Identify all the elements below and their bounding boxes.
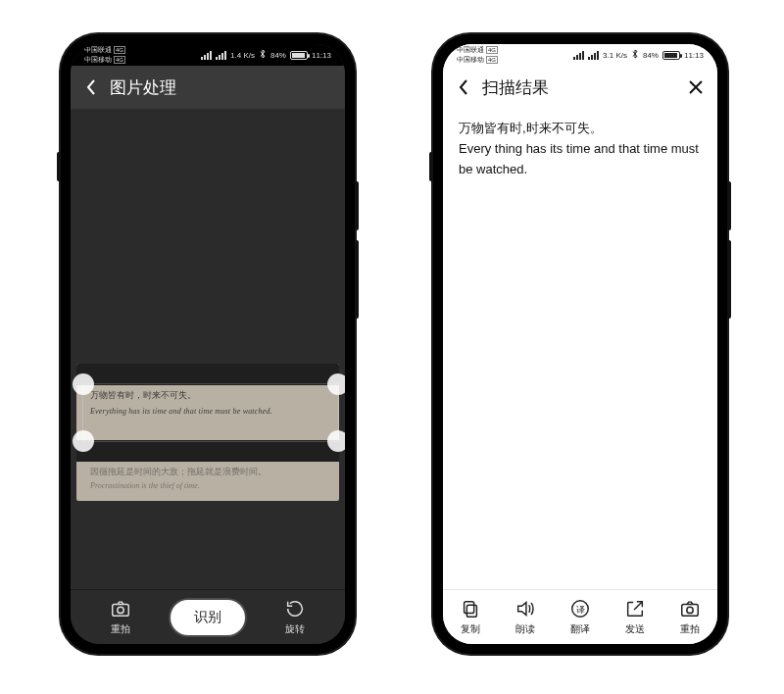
svg-rect-2: [466, 605, 476, 617]
read-label: 朗读: [515, 622, 535, 636]
recognize-label: 识别: [194, 609, 221, 624]
image-crop-area[interactable]: 万物皆有时，时来不可失。 Everything has its time and…: [71, 109, 345, 589]
page-title: 图片处理: [110, 76, 176, 99]
crop-handle-tl[interactable]: [73, 373, 94, 395]
side-button: [429, 152, 433, 181]
header: 图片处理: [71, 66, 345, 109]
back-icon[interactable]: [455, 78, 472, 96]
close-icon[interactable]: [686, 77, 706, 97]
status-time: 11:13: [684, 51, 704, 60]
screen: 中国联通4G 中国移动4G 3.1 K/s 84% 11:13 扫描结果: [443, 44, 717, 644]
crop-handle-br[interactable]: [327, 430, 345, 452]
read-button[interactable]: 朗读: [498, 598, 553, 636]
result-line-cn: 万物皆有时,时来不可失。: [459, 119, 702, 139]
battery-icon: [290, 51, 308, 60]
signal-icon: [573, 51, 584, 60]
svg-rect-3: [465, 602, 474, 614]
page-title: 扫描结果: [482, 76, 549, 99]
send-label: 发送: [625, 622, 645, 636]
svg-text:译: 译: [576, 605, 585, 615]
svg-rect-6: [682, 604, 699, 616]
side-button: [57, 152, 61, 181]
bottom-bar: 复制 朗读 译 翻译 发送 重拍: [443, 589, 717, 644]
copy-icon: [460, 598, 481, 620]
status-speed: 3.1 K/s: [603, 51, 627, 60]
rotate-icon: [284, 598, 306, 620]
rotate-button[interactable]: 旋转: [245, 598, 345, 636]
status-bar: 中国联通4G 中国移动4G 1.4 K/s 84% 11:13: [71, 44, 345, 66]
side-button: [355, 240, 359, 319]
svg-point-7: [687, 607, 693, 613]
share-icon: [624, 598, 646, 620]
signal-icon: [201, 51, 212, 60]
speaker-icon: [514, 598, 536, 620]
bluetooth-icon: [631, 49, 639, 61]
translate-icon: 译: [569, 598, 591, 620]
crop-handle-tr[interactable]: [327, 373, 345, 395]
side-button: [727, 240, 731, 319]
translate-button[interactable]: 译 翻译: [553, 598, 608, 636]
handwriting-line: Procrastination is the thief of time.: [90, 481, 329, 490]
translate-label: 翻译: [570, 622, 590, 636]
status-time: 11:13: [312, 51, 331, 60]
phone-right: 中国联通4G 中国移动4G 3.1 K/s 84% 11:13 扫描结果: [433, 34, 727, 654]
camera-icon: [110, 598, 131, 620]
svg-point-1: [118, 607, 123, 613]
svg-rect-0: [113, 604, 129, 616]
send-button[interactable]: 发送: [608, 598, 662, 636]
status-battery-pct: 84%: [643, 51, 659, 60]
back-icon[interactable]: [82, 78, 100, 96]
signal-icon: [216, 51, 226, 60]
phone-left: 中国联通4G 中国移动4G 1.4 K/s 84% 11:13 图片处理: [61, 34, 355, 654]
handwriting-line: 因循拖延是时间的大敌；拖延就是浪费时间。: [90, 466, 329, 478]
camera-icon: [679, 598, 701, 620]
retake-button[interactable]: 重拍: [71, 598, 171, 636]
status-speed: 1.4 K/s: [230, 51, 255, 60]
status-carriers: 中国联通4G 中国移动4G: [84, 45, 125, 65]
recognize-button[interactable]: 识别: [171, 600, 245, 635]
signal-icon: [588, 51, 599, 60]
copy-label: 复制: [461, 622, 480, 636]
retake-button[interactable]: 重拍: [662, 598, 717, 636]
status-battery-pct: 84%: [270, 51, 286, 60]
screen: 中国联通4G 中国移动4G 1.4 K/s 84% 11:13 图片处理: [71, 44, 345, 644]
header: 扫描结果: [443, 66, 717, 109]
retake-label: 重拍: [111, 622, 130, 636]
bottom-bar: 重拍 识别 旋转: [71, 589, 345, 644]
retake-label: 重拍: [680, 622, 700, 636]
battery-icon: [662, 51, 680, 60]
status-carriers: 中国联通4G 中国移动4G: [457, 45, 498, 65]
status-bar: 中国联通4G 中国移动4G 3.1 K/s 84% 11:13: [443, 44, 717, 66]
bluetooth-icon: [259, 49, 267, 61]
copy-button[interactable]: 复制: [443, 598, 498, 636]
result-content: 万物皆有时,时来不可失。 Every thing has its time an…: [443, 109, 717, 589]
crop-handle-bl[interactable]: [73, 430, 94, 452]
side-button: [727, 181, 731, 230]
side-button: [355, 181, 359, 230]
rotate-label: 旋转: [285, 622, 305, 636]
result-line-en: Every thing has its time and that time m…: [459, 139, 702, 180]
crop-rectangle[interactable]: [82, 383, 339, 442]
